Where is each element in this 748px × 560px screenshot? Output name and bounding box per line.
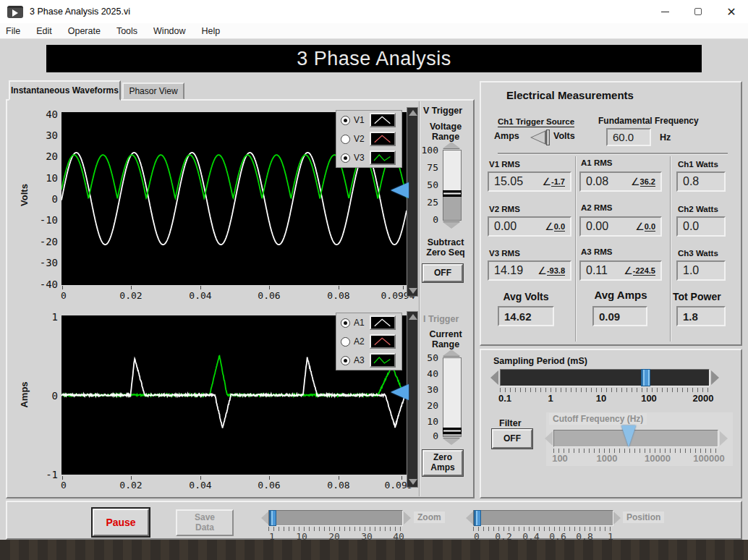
volts-chart-scrollbar[interactable] [407,107,418,297]
a1-rms-label: A1 RMS [581,158,612,167]
minimize-icon [661,12,669,12]
cutoff-frequency-slider[interactable] [553,430,718,447]
ch3-watts-box: 1.0 [676,260,726,281]
v3-radio[interactable] [341,153,350,163]
menu-help[interactable]: Help [202,26,221,36]
a3-plot-style-icon[interactable] [370,353,396,368]
measurements-title: Electrical Measurements [506,89,634,101]
fundamental-frequency-box[interactable]: 60.0 [606,128,651,146]
filter-off-button[interactable]: OFF [492,429,532,449]
menu-bar: File Edit Operate Tools Window Help [0,23,748,39]
a1-radio[interactable] [341,318,350,328]
scroll-down-icon[interactable] [409,479,417,485]
legend-label: A1 [354,318,370,328]
zoom-decrement-icon[interactable] [261,512,268,525]
voltage-range-slider[interactable] [443,150,462,221]
subtract-zero-seq-button[interactable]: OFF [422,264,463,282]
cutoff-frequency-pointer[interactable] [621,425,636,447]
v1-radio[interactable] [341,116,350,125]
title-bar: 3 Phase Analysis 2025.vi ✕ [0,0,748,23]
minimize-button[interactable] [648,0,681,23]
scroll-up-icon[interactable] [409,110,417,116]
position-increment-icon[interactable] [613,512,621,525]
volts-xtick-mark [62,286,63,289]
current-range-increment-icon[interactable] [443,349,460,356]
current-range-tick: 20 [418,400,438,411]
cutoff-increment-icon[interactable] [720,431,728,446]
sampling-scale-tick: 100 [641,393,657,404]
menu-file[interactable]: File [6,26,20,36]
voltage-range-decrement-icon[interactable] [443,222,460,229]
maximize-button[interactable] [681,0,715,23]
pause-button[interactable]: Pause [93,509,149,536]
trigger-source-volts-label: Volts [553,131,575,141]
v-trigger-level-pointer[interactable] [391,182,409,198]
a2-radio[interactable] [341,337,350,347]
position-handle[interactable] [474,510,481,526]
ch3-watts-label: Ch3 Watts [678,249,718,258]
sampling-scale-tick: 2000 [693,393,714,404]
position-slider[interactable] [473,510,613,526]
current-range-decrement-icon[interactable] [443,438,460,445]
close-button[interactable]: ✕ [715,0,748,23]
menu-window[interactable]: Window [153,26,185,36]
amps-ytick: 0 [30,390,58,402]
a3-radio[interactable] [341,356,350,365]
amps-xtick: 0.06 [258,480,280,491]
tab-instantaneous-waveforms[interactable]: Instantaneous Waveforms [9,80,121,101]
current-range-slider[interactable] [443,357,462,437]
fundamental-frequency-label: Fundamental Frequency [598,116,699,126]
a3-rms-box: 0.11 ∠-224.5 [579,260,662,281]
volts-xtick: 0.08 [327,290,349,301]
legend-row-v1: V1 [336,111,401,130]
current-range-tick: 30 [418,384,438,395]
voltage-range-increment-icon[interactable] [443,142,460,148]
a3-rms-label: A3 RMS [581,247,612,256]
volts-xtick: 0.06 [258,290,280,301]
ch1-trigger-source-label: Ch1 Trigger Source [498,117,574,127]
current-range-tick: 10 [418,416,438,427]
sampling-decrement-icon[interactable] [490,370,498,385]
tab-phasor-view[interactable]: Phasor View [122,82,184,100]
subtract-zero-seq-label: Subtract Zero Seq [421,237,470,258]
v2-rms-angle: ∠0.0 [545,222,565,232]
a2-plot-style-icon[interactable] [370,334,396,349]
voltage-range-handle[interactable] [443,190,462,197]
window-title: 3 Phase Analysis 2025.vi [30,7,130,17]
zero-amps-button[interactable]: ZeroAmps [422,450,463,476]
ch1-watts-label: Ch1 Watts [678,160,718,169]
sampling-period-slider[interactable] [500,369,710,386]
v1-plot-style-icon[interactable] [370,113,396,127]
a1-plot-style-icon[interactable] [370,315,396,330]
sampling-period-handle[interactable] [641,369,650,386]
zoom-handle[interactable] [269,510,276,526]
scroll-up-icon[interactable] [409,314,417,320]
volts-axis-label: Volts [19,179,30,212]
v3-plot-style-icon[interactable] [370,150,396,165]
menu-operate[interactable]: Operate [68,26,101,36]
scroll-down-icon[interactable] [409,288,417,294]
current-range-handle[interactable] [443,428,462,434]
sampling-increment-icon[interactable] [711,370,719,385]
volts-ytick: -10 [30,214,58,226]
menu-tools[interactable]: Tools [116,26,137,36]
a2-rms-angle: ∠0.0 [635,222,655,232]
volts-xtick-mark [200,286,201,289]
zoom-slider[interactable] [268,510,403,526]
sampling-scale-tick: 10 [596,393,606,404]
i-trigger-level-pointer[interactable] [391,384,409,400]
zoom-label: Zoom [414,512,445,523]
voltage-range-tick: 50 [418,179,438,190]
volts-ytick: 20 [30,150,58,162]
cutoff-decrement-icon[interactable] [545,431,553,446]
position-decrement-icon[interactable] [466,512,473,525]
zoom-increment-icon[interactable] [404,512,411,525]
toggle-arrow-icon [532,132,545,143]
labview-app-icon [7,6,23,18]
save-data-button[interactable]: SaveData [176,509,234,536]
trigger-source-toggle[interactable] [530,130,552,145]
v2-rms-box: 0.00 ∠0.0 [488,216,571,237]
v2-radio[interactable] [341,135,350,144]
v2-plot-style-icon[interactable] [370,132,396,146]
menu-edit[interactable]: Edit [36,26,52,36]
